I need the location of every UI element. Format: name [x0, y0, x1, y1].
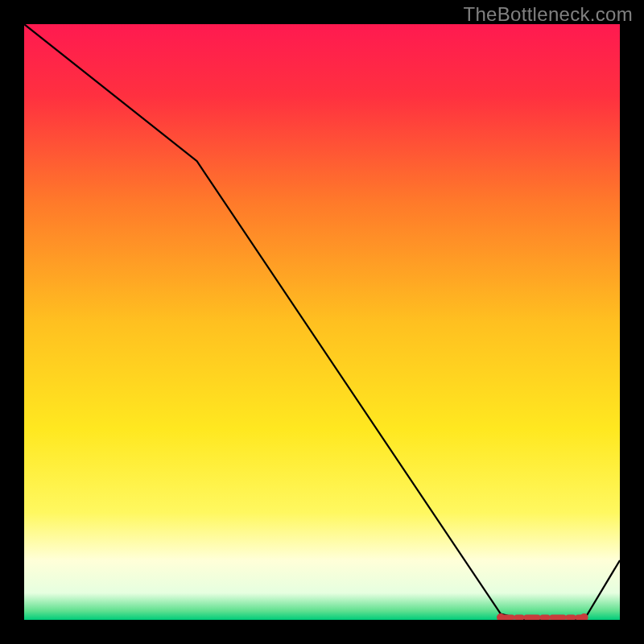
gradient-background [24, 24, 620, 620]
plot-area [24, 24, 620, 620]
plot-svg [24, 24, 620, 620]
chart-container: TheBottleneck.com [0, 0, 644, 644]
attribution-label: TheBottleneck.com [463, 3, 633, 26]
